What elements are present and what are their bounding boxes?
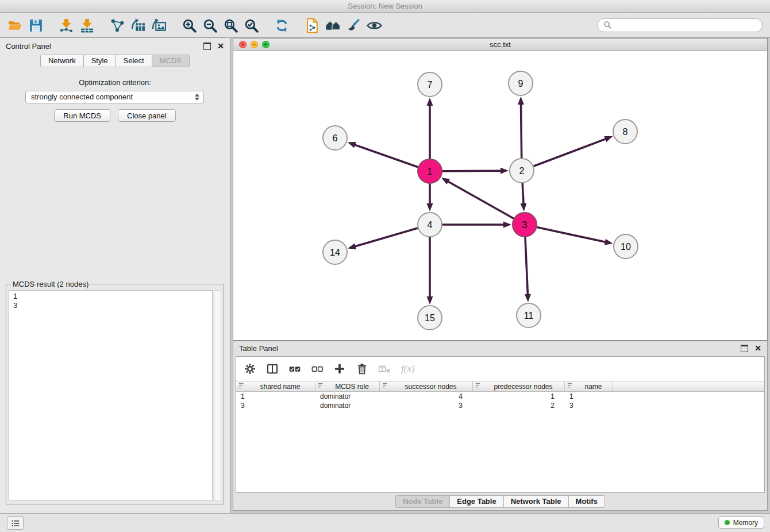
table-settings-icon[interactable] [243,362,257,376]
node-6[interactable]: 6 [323,126,347,150]
column-header-predecessor-nodes[interactable]: predecessor nodes [473,381,565,391]
edge-3-10[interactable] [537,228,613,245]
tab-select[interactable]: Select [116,55,152,67]
sort-icon [382,382,389,391]
zoom-selected-icon[interactable] [241,15,261,36]
tab-edge-table[interactable]: Edge Table [449,495,503,508]
column-header-shared-name[interactable]: shared name [236,381,315,391]
mcds-result-list[interactable]: 13 [9,290,213,500]
cell-successor-nodes[interactable]: 4 [380,392,473,401]
node-10[interactable]: 10 [614,234,638,259]
column-header-successor-nodes[interactable]: successor nodes [380,381,473,391]
network-canvas[interactable]: 7968124314101511 [233,51,767,340]
column-header-label: predecessor nodes [484,383,562,391]
float-table-panel-icon[interactable] [741,345,748,352]
unselect-all-columns-icon[interactable] [310,362,324,376]
close-panel-button[interactable]: Close panel [118,109,176,122]
tab-network[interactable]: Network [40,55,84,67]
node-15[interactable]: 15 [418,306,442,330]
cell-MCDS-role[interactable]: dominator [315,392,380,401]
memory-button[interactable]: Memory [718,516,764,529]
home-layout-icon[interactable] [322,15,343,36]
show-columns-icon[interactable] [265,362,279,376]
cell-shared-name[interactable]: 3 [236,401,315,410]
table-row[interactable]: 1dominator411 [236,392,764,401]
node-1[interactable]: 1 [418,159,442,183]
cell-name[interactable]: 3 [565,401,613,410]
edge-2-9[interactable] [518,97,524,158]
delete-columns-icon[interactable] [355,362,369,376]
edge-1-2[interactable] [442,168,509,174]
close-panel-icon[interactable]: ✕ [217,42,224,50]
zoom-fit-icon[interactable] [220,15,241,36]
network-file-icon[interactable] [302,15,322,36]
column-header-label: MCDS role [327,383,377,391]
node-7[interactable]: 7 [418,72,442,97]
save-session-icon[interactable] [25,15,46,36]
float-panel-icon[interactable] [203,43,211,50]
tab-network-table[interactable]: Network Table [503,495,569,508]
edge-1-4[interactable] [427,184,433,211]
open-session-icon[interactable] [5,15,25,36]
network-canvas-svg[interactable]: 7968124314101511 [233,51,767,340]
search-input[interactable] [615,21,756,30]
edge-1-7[interactable] [427,98,433,159]
tab-node-table[interactable]: Node Table [395,495,450,508]
cell-name[interactable]: 1 [565,392,613,401]
node-4[interactable]: 4 [418,213,442,237]
new-network-icon[interactable] [107,15,128,36]
edge-2-3[interactable] [521,183,527,211]
cell-successor-nodes[interactable]: 3 [380,401,473,410]
edge-3-1[interactable] [441,178,514,218]
node-11[interactable]: 11 [517,303,541,327]
create-column-icon[interactable] [333,362,346,376]
column-header-name[interactable]: name [565,381,613,391]
node-9[interactable]: 9 [509,71,533,95]
close-table-panel-icon[interactable]: ✕ [754,344,761,352]
svg-text:7: 7 [428,80,433,90]
paint-style-icon[interactable] [343,15,364,36]
maximize-window-icon[interactable]: + [262,41,270,48]
edge-3-11[interactable] [525,237,531,302]
node-2[interactable]: 2 [510,159,534,183]
select-all-columns-icon[interactable] [288,362,302,376]
node-3[interactable]: 3 [513,213,537,237]
cell-predecessor-nodes[interactable]: 2 [473,401,565,410]
tab-style[interactable]: Style [83,55,116,67]
optimization-dropdown[interactable]: strongly connected component [25,91,204,103]
result-item[interactable]: 1 [13,292,212,301]
refresh-view-icon[interactable] [271,15,292,36]
mcds-result-group: MCDS result (2 nodes) 13 [6,284,224,504]
node-table-header-row: shared nameMCDS rolesuccessor nodesprede… [236,381,764,392]
edge-2-8[interactable] [534,136,613,166]
edge-1-6[interactable] [348,142,418,167]
cell-predecessor-nodes[interactable]: 1 [473,392,565,401]
cell-shared-name[interactable]: 1 [236,392,315,401]
zoom-in-icon[interactable] [179,15,199,36]
result-item[interactable]: 3 [13,301,212,310]
node-14[interactable]: 14 [323,240,347,264]
edge-4-3[interactable] [442,222,511,228]
sort-icon [238,382,245,391]
import-table-file-icon[interactable] [76,15,97,36]
import-network-file-icon[interactable] [56,15,76,36]
search-box[interactable] [597,18,763,32]
menu-list-icon[interactable] [7,516,24,530]
tab-mcds[interactable]: MCDS [152,55,190,67]
cell-MCDS-role[interactable]: dominator [315,401,380,410]
edge-4-14[interactable] [348,228,418,249]
export-image-icon[interactable] [148,15,169,36]
result-scrollbar[interactable] [214,290,221,500]
edge-4-15[interactable] [427,237,433,304]
run-mcds-button[interactable]: Run MCDS [54,109,110,122]
close-window-icon[interactable]: × [239,41,247,48]
network-view-window: × − + scc.txt 7968124314101511 [233,38,768,341]
export-table-icon[interactable] [128,15,148,36]
tab-motifs[interactable]: Motifs [568,495,605,508]
show-graphics-icon[interactable] [364,15,384,36]
table-row[interactable]: 3dominator323 [236,401,764,410]
zoom-out-icon[interactable] [199,15,220,36]
minimize-window-icon[interactable]: − [251,41,258,48]
node-8[interactable]: 8 [613,119,637,144]
column-header-MCDS-role[interactable]: MCDS role [315,381,380,391]
